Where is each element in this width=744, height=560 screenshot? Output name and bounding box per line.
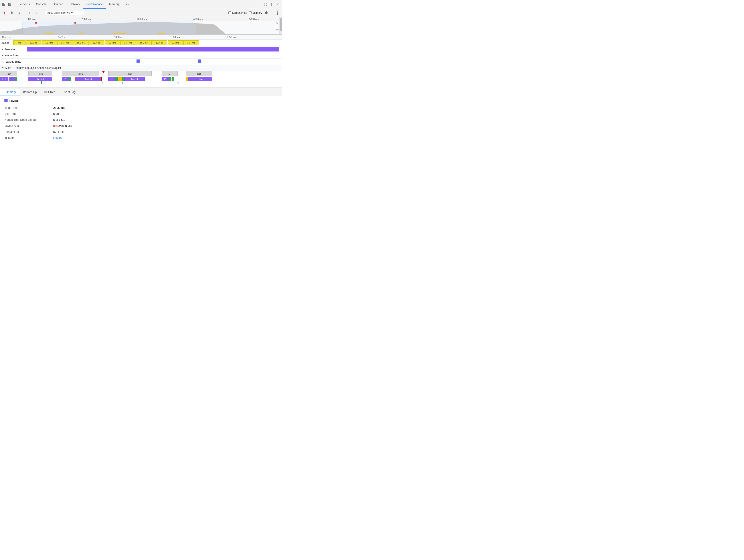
cursor-icon[interactable]	[2, 2, 6, 7]
total-time-value: 28.30 ms	[53, 106, 65, 109]
performance-toolbar: ● ↻ ⊘ ↑ ↓ output.jsbin.com #1 ▾ Screensh…	[0, 9, 282, 17]
tab-sources[interactable]: Sources	[50, 0, 67, 9]
more-vertical-icon[interactable]: ⋮	[269, 2, 274, 7]
tab-performance[interactable]: Performance	[83, 0, 106, 9]
trash-button[interactable]: 🗑	[264, 10, 269, 15]
layout-shifts-content	[27, 59, 282, 65]
overview-area[interactable]: 1000 ms 2000 ms 3000 ms 4000 ms 5000 ms …	[0, 17, 282, 35]
devtools-header: Elements Console Sources Network Perform…	[0, 0, 282, 9]
yellow-bar-2	[186, 77, 188, 81]
frame-cell-11[interactable]: 16.7 ms	[183, 40, 199, 45]
download-button[interactable]: ↓	[34, 10, 39, 15]
close-icon[interactable]: ✕	[276, 2, 280, 7]
layout-shift-1[interactable]	[137, 60, 140, 63]
green-line-2	[103, 81, 103, 84]
layout-root-key: Layout root	[4, 124, 53, 127]
overview-scrollbar[interactable]	[279, 17, 282, 34]
tab-bottom-up[interactable]: Bottom-Up	[20, 89, 40, 96]
rectangle-icon[interactable]	[7, 2, 12, 7]
task-bar-3[interactable]: Task	[108, 71, 152, 76]
interactions-label-text: Interactions	[4, 54, 18, 57]
animation-bar[interactable]	[27, 47, 279, 51]
frame-cell-6[interactable]: 16.6 ms	[105, 40, 120, 45]
blue-line-1	[42, 82, 42, 84]
initiator-value[interactable]: Reveal	[53, 136, 62, 139]
tab-elements[interactable]: Elements	[15, 0, 33, 9]
record-button[interactable]: ●	[2, 10, 7, 15]
perf-settings-icon[interactable]	[275, 10, 280, 15]
frame-cell-4[interactable]: 16.7 ms	[73, 40, 88, 45]
memory-checkbox[interactable]	[249, 11, 252, 14]
layout-color-indicator	[4, 99, 7, 102]
tasks-row: Task Task Task Task T... Task L...t P...…	[0, 71, 282, 87]
detail-marker-1550: 1550 ms	[226, 36, 282, 38]
summary-title: Layout	[4, 99, 277, 103]
animation-expand-arrow[interactable]: ▶	[2, 48, 4, 50]
subtask-layout-2[interactable]: Layout	[124, 77, 145, 81]
frames-label: Frames	[0, 41, 13, 44]
memory-checkbox-label[interactable]: Memory	[249, 11, 262, 14]
interactions-track-content	[27, 52, 282, 59]
green-bar-5	[169, 77, 171, 81]
frame-cell-0[interactable]: ms	[13, 40, 26, 45]
yellow-bar-1	[118, 77, 122, 81]
url-selector[interactable]: output.jsbin.com #1 ▾	[45, 11, 85, 15]
tab-event-log[interactable]: Event Log	[59, 89, 79, 96]
layout-shifts-label: Layout Shifts	[0, 60, 27, 63]
frame-cell-5[interactable]: 16.7 ms	[89, 40, 104, 45]
frame-cell-3[interactable]: 16.7 ms	[57, 40, 73, 45]
frame-cell-8[interactable]: 16.7 ms	[136, 40, 152, 45]
interactions-expand-arrow[interactable]: ▶	[2, 54, 4, 57]
pending-for-row: Pending for 50.4 ms	[4, 130, 277, 134]
frames-cells: ms 16.6 ms 16.7 ms 16.7 ms 16.7 ms 16.7 …	[13, 40, 282, 45]
screenshots-checkbox[interactable]	[228, 11, 231, 14]
main-label: Main	[5, 66, 11, 70]
animation-label[interactable]: ▶ Animation	[0, 48, 27, 51]
subtask-layout-1[interactable]: Layout	[28, 77, 52, 81]
overview-scrollbar-thumb[interactable]	[280, 18, 282, 31]
total-time-key: Total Time	[4, 106, 53, 109]
red-triangle-warning	[102, 71, 105, 73]
clear-button[interactable]: ⊘	[16, 10, 21, 15]
initiator-key: Initiator	[4, 136, 53, 139]
subtask-layout-selected[interactable]: Layout	[75, 77, 102, 81]
url-text: output.jsbin.com #1	[47, 11, 70, 14]
frame-cell-2[interactable]: 16.7 ms	[41, 40, 57, 45]
interactions-label[interactable]: ▶ Interactions	[0, 54, 27, 57]
layout-shift-2[interactable]	[198, 60, 201, 63]
task-bar-2[interactable]: Task	[62, 71, 99, 76]
frame-cell-1[interactable]: 16.6 ms	[26, 40, 41, 45]
more-tabs-icon[interactable]: >>	[123, 0, 132, 9]
task-bar-5[interactable]: Task	[186, 71, 212, 76]
layout-root-value: style#jsbin-css	[53, 124, 72, 127]
main-thread-expand-arrow[interactable]: ▼	[2, 67, 4, 69]
subtask-lt[interactable]: L...t	[0, 77, 8, 81]
memory-label: Memory	[253, 11, 262, 14]
main-url: https://output.jsbin.com/elisum/9/quiet	[16, 66, 61, 70]
tab-summary[interactable]: Summary	[0, 89, 20, 96]
refresh-record-button[interactable]: ↻	[9, 10, 14, 15]
task-bar-0[interactable]: Task	[0, 71, 17, 76]
blue-line-3	[178, 82, 179, 84]
frame-cell-10[interactable]: 16.6 ms	[168, 40, 183, 45]
summary-panel: Layout Total Time 28.30 ms Self Time 5 μ…	[0, 96, 282, 146]
toolbar-separator-3	[272, 11, 272, 15]
animation-label-text: Animation	[4, 48, 16, 51]
layout-shifts-track: Layout Shifts	[0, 59, 282, 65]
task-bar-4[interactable]: T...	[161, 71, 178, 76]
bottom-tabs: Summary Bottom-Up Call Tree Event Log	[0, 87, 282, 96]
time-ruler-overview: 1000 ms 2000 ms 3000 ms 4000 ms 5000 ms	[0, 17, 282, 21]
frame-cell-7[interactable]: 16.7 ms	[120, 40, 136, 45]
tab-console[interactable]: Console	[33, 0, 50, 9]
frame-cell-9[interactable]: 16.7 ms	[152, 40, 168, 45]
tab-call-tree[interactable]: Call Tree	[40, 89, 59, 96]
settings-icon[interactable]	[263, 2, 268, 7]
tab-memory[interactable]: Memory	[106, 0, 123, 9]
upload-button[interactable]: ↑	[27, 10, 32, 15]
screenshots-checkbox-label[interactable]: Screenshots	[228, 11, 247, 14]
tab-network[interactable]: Network	[67, 0, 83, 9]
subtask-layout-3[interactable]: Layout	[188, 77, 212, 81]
header-right-controls: ⋮ ✕	[263, 2, 280, 7]
task-bar-1[interactable]: Task	[28, 71, 52, 76]
green-bar-1	[15, 77, 17, 81]
